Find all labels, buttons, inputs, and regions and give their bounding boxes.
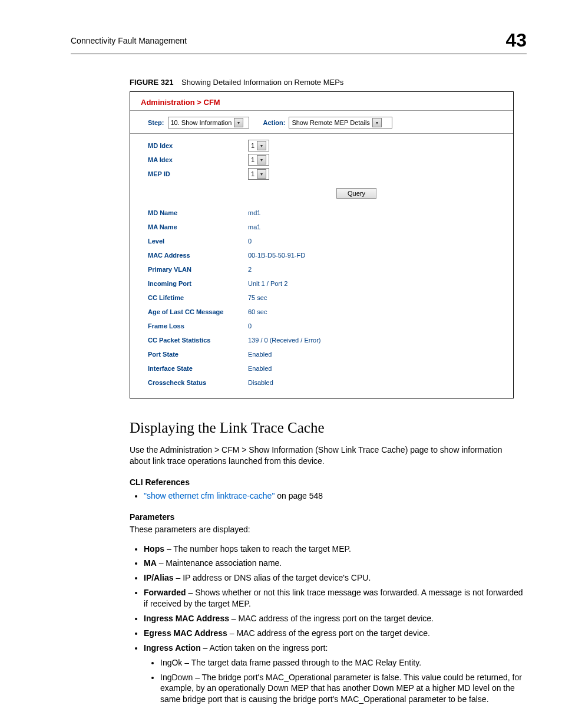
result-row: Interface StateEnabled xyxy=(148,363,503,374)
result-value: Unit 1 / Port 2 xyxy=(248,280,287,287)
input-row: MA Idex1 xyxy=(148,154,503,166)
parameters-intro: These parameters are displayed: xyxy=(130,524,515,535)
result-value: 139 / 0 (Received / Error) xyxy=(248,337,321,344)
param-desc: – Action taken on the ingress port: xyxy=(201,643,328,653)
input-label: MA Idex xyxy=(148,156,248,163)
intro-paragraph: Use the Administration > CFM > Show Info… xyxy=(130,444,515,467)
result-label: MD Name xyxy=(148,209,248,216)
result-value: Enabled xyxy=(248,351,272,358)
ui-breadcrumb: Administration > CFM xyxy=(130,92,513,110)
result-row: CC Lifetime75 sec xyxy=(148,292,503,304)
input-row: MD Idex1 xyxy=(148,140,503,151)
result-label: Frame Loss xyxy=(148,322,248,330)
param-term: Ingress MAC Address xyxy=(144,614,229,623)
page-header: Connectivity Fault Management 43 xyxy=(71,29,527,54)
result-value: Disabled xyxy=(248,379,273,386)
result-row: MA Namema1 xyxy=(148,221,503,233)
sub-desc: – The bridge port's MAC_Operational para… xyxy=(160,673,522,704)
param-term: MA xyxy=(144,558,157,568)
parameter-item: Hops – The number hops taken to reach th… xyxy=(144,543,527,555)
sub-term: IngDown xyxy=(160,673,193,682)
section-heading: Displaying the Link Trace Cache xyxy=(130,420,527,436)
parameter-item: MA – Maintenance association name. xyxy=(144,558,527,569)
parameter-item: IP/Alias – IP address or DNS alias of th… xyxy=(144,572,527,584)
param-desc: – The number hops taken to reach the tar… xyxy=(164,544,351,554)
action-select[interactable]: Show Remote MEP Details xyxy=(289,117,392,129)
result-value: 0 xyxy=(248,238,252,245)
cli-reference-item: "show ethernet cfm linktrace-cache" on p… xyxy=(144,490,527,502)
divider xyxy=(130,110,513,111)
chevron-down-icon xyxy=(257,155,266,164)
parameters-list: Hops – The number hops taken to reach th… xyxy=(130,543,527,706)
ingress-sublist: IngOk – The target data frame passed thr… xyxy=(144,657,527,706)
result-label: Interface State xyxy=(148,365,248,372)
chevron-down-icon xyxy=(257,141,266,150)
figure-label: FIGURE 321 xyxy=(130,78,173,87)
param-term: Forwarded xyxy=(144,588,186,597)
ingress-subitem: IngDown – The bridge port's MAC_Operatio… xyxy=(160,672,527,706)
step-label: Step: xyxy=(148,119,164,126)
result-row: Crosscheck StatusDisabled xyxy=(148,377,503,388)
result-label: CC Packet Statistics xyxy=(148,337,248,344)
step-select-value: 10. Show Information xyxy=(171,119,232,126)
result-label: Level xyxy=(148,238,248,245)
result-label: Crosscheck Status xyxy=(148,379,248,386)
figure-caption-text: Showing Detailed Information on Remote M… xyxy=(181,78,343,87)
ingress-subitem: IngOk – The target data frame passed thr… xyxy=(160,657,527,668)
param-desc: – Shows whether or not this link trace m… xyxy=(144,588,523,608)
header-section: Connectivity Fault Management xyxy=(71,36,187,45)
param-term: IP/Alias xyxy=(144,573,174,582)
sub-term: IngOk xyxy=(160,658,182,667)
input-value: 1 xyxy=(251,142,254,149)
param-desc: – Maintenance association name. xyxy=(157,558,282,568)
cfm-ui-panel: Administration > CFM Step: 10. Show Info… xyxy=(130,91,514,398)
input-select[interactable]: 1 xyxy=(248,140,269,151)
parameter-item: Forwarded – Shows whether or not this li… xyxy=(144,587,527,610)
result-row: Incoming PortUnit 1 / Port 2 xyxy=(148,278,503,289)
step-action-row: Step: 10. Show Information Action: Show … xyxy=(130,117,513,129)
result-label: Incoming Port xyxy=(148,280,248,287)
param-desc: – MAC address of the ingress port on the… xyxy=(229,614,434,623)
result-label: CC Lifetime xyxy=(148,294,248,301)
header-chapter: 43 xyxy=(505,29,527,51)
result-value: 75 sec xyxy=(248,294,267,301)
cli-references-heading: CLI References xyxy=(130,477,527,487)
result-row: MD Namemd1 xyxy=(148,207,503,219)
result-value: 2 xyxy=(248,266,252,273)
result-label: MAC Address xyxy=(148,252,248,259)
cli-link[interactable]: "show ethernet cfm linktrace-cache" xyxy=(144,491,275,500)
result-label: Port State xyxy=(148,351,248,358)
cli-suffix: on page 548 xyxy=(275,491,323,500)
result-label: Age of Last CC Message xyxy=(148,308,248,315)
result-row: Level0 xyxy=(148,235,503,247)
result-label: MA Name xyxy=(148,223,248,230)
result-value: Enabled xyxy=(248,365,272,372)
param-term: Hops xyxy=(144,544,164,554)
result-row: CC Packet Statistics139 / 0 (Received / … xyxy=(148,334,503,346)
result-label: Primary VLAN xyxy=(148,266,248,273)
param-term: Ingress Action xyxy=(144,643,201,653)
sub-desc: – The target data frame passed through t… xyxy=(182,658,421,667)
result-row: Frame Loss0 xyxy=(148,320,503,332)
result-value: md1 xyxy=(248,209,260,216)
query-button[interactable]: Query xyxy=(336,188,376,199)
result-row: Age of Last CC Message60 sec xyxy=(148,306,503,318)
ui-form-area: MD Idex1MA Idex1MEP ID1 Query MD Namemd1… xyxy=(130,140,513,398)
chevron-down-icon xyxy=(234,118,243,127)
parameters-heading: Parameters xyxy=(130,512,527,522)
result-row: MAC Address00-1B-D5-50-91-FD xyxy=(148,249,503,261)
divider xyxy=(130,133,513,134)
result-row: Port StateEnabled xyxy=(148,348,503,360)
result-value: 00-1B-D5-50-91-FD xyxy=(248,252,305,259)
result-value: 0 xyxy=(248,322,252,330)
input-label: MEP ID xyxy=(148,170,248,177)
input-label: MD Idex xyxy=(148,142,248,149)
step-select[interactable]: 10. Show Information xyxy=(168,117,249,129)
action-label: Action: xyxy=(263,119,286,126)
input-value: 1 xyxy=(251,170,254,177)
param-term: Egress MAC Address xyxy=(144,628,227,638)
input-select[interactable]: 1 xyxy=(248,168,269,180)
param-desc: – IP address or DNS alias of the target … xyxy=(174,573,371,582)
param-desc: – MAC address of the egress port on the … xyxy=(227,628,430,638)
input-select[interactable]: 1 xyxy=(248,154,269,166)
